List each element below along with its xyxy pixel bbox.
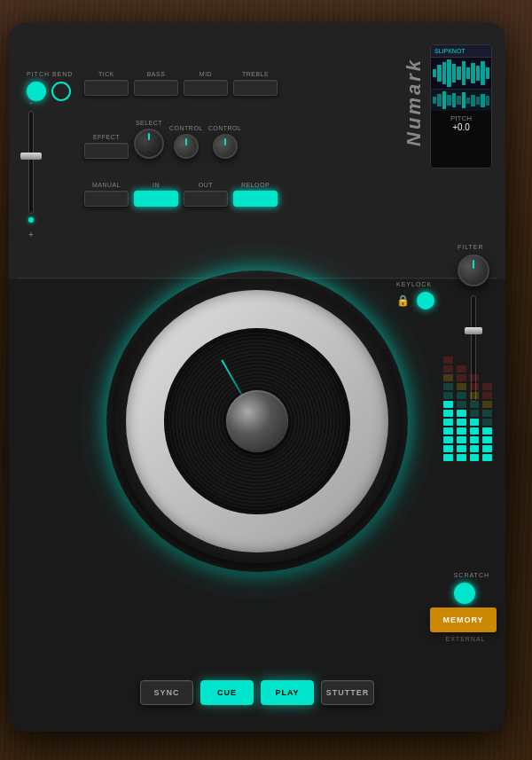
control2-knob[interactable]: [213, 134, 238, 159]
dj-controller: Numark SLIPKNOT: [9, 22, 505, 732]
waveform-bar: [447, 59, 450, 87]
vu-bar: [470, 427, 480, 435]
vu-bar: [482, 401, 492, 408]
pitch-value: +0.0: [452, 122, 470, 132]
vu-bar: [443, 392, 453, 399]
vu-bar: [470, 410, 480, 417]
scratch-label: SCRATCH: [454, 572, 489, 578]
vu-bar: [482, 383, 492, 390]
memory-btn[interactable]: MEMORY: [430, 607, 497, 632]
waveform-bar: [433, 69, 436, 77]
manual-btn[interactable]: [84, 191, 129, 207]
vu-bar: [457, 365, 466, 372]
tick-btn[interactable]: [84, 80, 129, 96]
effect-label: EFFECT: [93, 134, 120, 140]
vertical-slider-track[interactable]: [28, 111, 34, 214]
filter-knob[interactable]: [458, 255, 489, 286]
stutter-btn[interactable]: STUTTER: [321, 680, 374, 705]
vu-bar: [470, 383, 480, 390]
vu-bar: [482, 410, 492, 417]
scratch-btn[interactable]: [454, 583, 475, 604]
play-btn[interactable]: PLAY: [261, 680, 314, 705]
treble-btn[interactable]: [233, 80, 278, 96]
in-group: IN: [134, 182, 178, 207]
keylock-btn[interactable]: [417, 292, 434, 309]
vu-bar: [457, 427, 466, 435]
waveform-bar: [442, 62, 446, 84]
waveform-bar: [437, 94, 441, 106]
vu-column-2: [457, 284, 466, 461]
scratch-section: SCRATCH: [454, 572, 489, 604]
vu-bar: [470, 445, 480, 452]
bass-label: BASS: [147, 71, 166, 77]
track-name: SLIPKNOT: [431, 45, 491, 58]
reloop-group: RELOOP: [233, 182, 278, 207]
out-btn[interactable]: [184, 191, 228, 207]
tick-group: TICK: [84, 71, 129, 96]
vu-meters: [443, 284, 492, 461]
sync-btn[interactable]: SYNC: [140, 680, 193, 705]
waveform-bar: [447, 95, 450, 106]
select-label: SELECT: [136, 120, 162, 126]
waveform-bar: [486, 96, 489, 106]
memory-section: MEMORY EXTERNAL: [430, 607, 501, 642]
external-label: EXTERNAL: [430, 636, 501, 642]
pitch-bend-section: PITCH BEND: [27, 71, 73, 101]
vu-bar: [470, 392, 480, 399]
top-buttons-row: TICK BASS MID TREBLE: [84, 71, 278, 96]
keylock-section: KEYLOCK 🔒: [396, 281, 434, 309]
pitch-bend-plus-btn[interactable]: [51, 82, 71, 101]
vu-column-3: [470, 284, 480, 461]
vu-bar: [443, 454, 453, 461]
vu-bar: [482, 436, 492, 443]
vu-bar: [457, 445, 466, 452]
vu-bar: [457, 374, 466, 381]
brand-label: Numark: [403, 58, 426, 146]
mid-btn[interactable]: [184, 80, 228, 96]
filter-label: FILTER: [458, 244, 489, 250]
effect-btn[interactable]: [84, 143, 129, 159]
waveform-bar: [457, 96, 460, 105]
mid-label: MID: [200, 71, 212, 77]
vu-column-4: [482, 284, 492, 461]
control1-knob[interactable]: [174, 134, 199, 159]
second-row: EFFECT SELECT CONTROL CONTROL: [84, 120, 241, 159]
waveform-bar: [452, 64, 456, 83]
waveform-bar: [466, 67, 470, 78]
waveform-display: [431, 58, 491, 89]
reloop-btn[interactable]: [233, 191, 278, 207]
waveform-bar: [476, 66, 480, 81]
treble-group: TREBLE: [233, 71, 278, 96]
waveform-bar: [471, 63, 474, 83]
vu-bar: [457, 436, 466, 443]
vu-bar: [457, 401, 466, 408]
control1-group: CONTROL: [169, 125, 203, 159]
mid-group: MID: [184, 71, 228, 96]
in-btn[interactable]: [134, 191, 178, 207]
vertical-slider-thumb[interactable]: [20, 153, 42, 160]
control1-label: CONTROL: [169, 125, 203, 131]
vu-bar: [470, 401, 480, 408]
waveform-bars-2: [431, 90, 491, 111]
control2-label: CONTROL: [208, 125, 242, 131]
bass-group: BASS: [134, 71, 178, 96]
vu-bar: [443, 436, 453, 443]
vu-bar: [443, 419, 453, 426]
in-label: IN: [153, 182, 160, 188]
select-knob[interactable]: [134, 129, 164, 159]
waveform-bar: [452, 93, 456, 107]
vu-bar: [457, 383, 466, 390]
keylock-controls: 🔒: [396, 292, 434, 309]
reloop-label: RELOOP: [241, 182, 270, 188]
vu-bar: [443, 356, 453, 364]
waveform-bar: [442, 91, 446, 109]
cue-btn[interactable]: CUE: [200, 680, 254, 705]
slider-minus-label: -: [29, 98, 32, 107]
pitch-label: PITCH: [450, 114, 472, 122]
bass-btn[interactable]: [134, 80, 178, 96]
jog-wheel[interactable]: [115, 279, 399, 563]
waveform-bar: [457, 67, 460, 81]
vu-bar: [482, 392, 492, 399]
waveform-bar: [476, 97, 480, 105]
vu-bar: [443, 401, 453, 408]
